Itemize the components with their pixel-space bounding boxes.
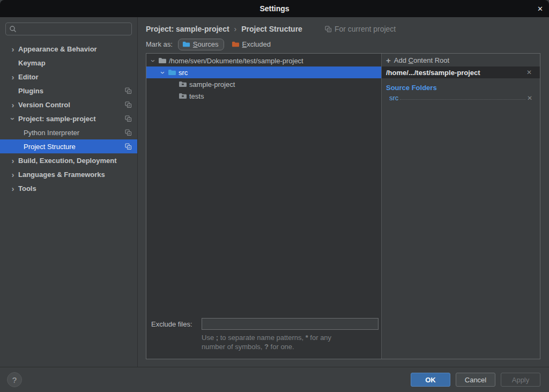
content-root-details-pane: + Add Content Root /home/.../test/sample…: [382, 54, 540, 359]
close-icon[interactable]: ✕: [537, 5, 543, 13]
sidebar-item-appearance-behavior[interactable]: › Appearance & Behavior: [0, 42, 137, 56]
sidebar-item-label: Project: sample-project: [18, 115, 96, 123]
sidebar-item-label: Languages & Frameworks: [18, 171, 105, 179]
source-folder-row[interactable]: src ✕: [382, 93, 540, 103]
exclude-files-input[interactable]: [202, 318, 379, 330]
sidebar-item-label: Editor: [18, 73, 39, 81]
remove-source-folder-icon[interactable]: ✕: [527, 94, 532, 102]
add-content-root-button[interactable]: + Add Content Root: [382, 54, 540, 66]
excluded-folder-icon: [232, 40, 240, 48]
sidebar-item-label: Project Structure: [24, 143, 76, 151]
add-content-root-label: Add Content Root: [394, 56, 449, 64]
settings-content: Project: sample-project › Project Struct…: [138, 17, 549, 367]
project-settings-badge-icon: [125, 143, 132, 150]
sidebar-item-editor[interactable]: › Editor: [0, 70, 137, 84]
ok-button[interactable]: OK: [411, 373, 450, 387]
source-folder-name: src: [389, 94, 398, 102]
chevron-right-icon: ›: [8, 45, 18, 53]
apply-button[interactable]: Apply: [501, 373, 540, 387]
chevron-right-icon: ›: [8, 101, 18, 109]
breadcrumb: Project: sample-project › Project Struct…: [138, 17, 549, 35]
source-folder-icon: [182, 40, 190, 48]
sidebar-item-project-sample-project[interactable]: › Project: sample-project: [0, 112, 137, 125]
search-input[interactable]: [19, 25, 128, 33]
question-mark-icon: ?: [12, 375, 17, 384]
tree-row-label: sample-project: [189, 80, 235, 88]
dotted-leader: [400, 99, 525, 100]
source-folders-title: Source Folders: [382, 78, 540, 93]
sidebar-item-label: Plugins: [18, 87, 43, 95]
mark-sources-label: Sources: [193, 40, 219, 48]
sidebar-item-version-control[interactable]: › Version Control: [0, 98, 137, 112]
folder-icon: [179, 92, 187, 100]
content-roots-tree-pane: › /home/sven/Dokumente/test/sample-proje…: [146, 54, 381, 359]
mark-as-toolbar: Mark as: Sources Excluded: [138, 35, 549, 53]
project-settings-badge-icon: [125, 87, 132, 94]
cancel-button[interactable]: Cancel: [456, 373, 495, 387]
chevron-right-icon: ›: [8, 171, 18, 179]
tree-row-content-root[interactable]: › /home/sven/Dokumente/test/sample-proje…: [146, 55, 381, 66]
project-settings-badge-icon: [125, 129, 132, 136]
sidebar-item-tools[interactable]: › Tools: [0, 181, 137, 195]
sidebar-item-plugins[interactable]: Plugins: [0, 84, 137, 98]
sidebar-item-label: Python Interpreter: [24, 129, 79, 137]
remove-content-root-icon[interactable]: ✕: [526, 69, 532, 76]
exclude-files-label: Exclude files:: [151, 320, 202, 328]
mark-excluded-button[interactable]: Excluded: [229, 39, 273, 50]
dialog-footer: ? OK Cancel Apply: [0, 367, 549, 392]
breadcrumb-page: Project Structure: [241, 25, 302, 33]
sidebar-item-keymap[interactable]: Keymap: [0, 56, 137, 70]
project-settings-badge-icon: [125, 101, 132, 108]
search-icon: [9, 25, 17, 33]
content-root-path-row[interactable]: /home/.../test/sample-project ✕: [382, 66, 540, 78]
chevron-right-icon: ›: [8, 73, 18, 81]
sidebar-item-label: Tools: [18, 184, 36, 193]
exclude-files-section: Exclude files: Use ; to separate name pa…: [146, 318, 381, 359]
sidebar-item-label: Build, Execution, Deployment: [18, 157, 116, 165]
folder-icon: [158, 56, 167, 65]
source-folder-icon: [168, 68, 176, 77]
exclude-files-hint: Use ; to separate name patterns, * for a…: [146, 330, 381, 352]
sidebar-item-label: Appearance & Behavior: [18, 45, 97, 53]
tree-row-label: tests: [189, 92, 204, 100]
sidebar-item-label: Keymap: [18, 59, 46, 67]
sidebar-item-project-structure[interactable]: Project Structure: [0, 139, 137, 153]
project-structure-panel: › /home/sven/Dokumente/test/sample-proje…: [146, 53, 540, 359]
chevron-down-icon: ›: [159, 69, 167, 77]
chevron-down-icon: ›: [8, 115, 18, 123]
titlebar[interactable]: Settings ✕: [0, 0, 549, 17]
project-settings-badge-icon: [125, 115, 132, 122]
content-root-path: /home/.../test/sample-project: [386, 69, 526, 77]
sidebar-item-python-interpreter[interactable]: Python Interpreter: [0, 125, 137, 139]
tree-row-label: src: [179, 69, 188, 77]
chevron-down-icon: ›: [150, 57, 157, 65]
mark-as-label: Mark as:: [146, 40, 173, 48]
chevron-right-icon: ›: [8, 184, 18, 193]
settings-sidebar: › Appearance & Behavior Keymap › Editor …: [0, 17, 138, 367]
sidebar-item-label: Version Control: [18, 101, 70, 109]
tree-row-src[interactable]: › src: [146, 66, 381, 78]
breadcrumb-project[interactable]: Project: sample-project: [146, 25, 229, 33]
scope-badge-icon: [325, 26, 332, 33]
help-button[interactable]: ?: [7, 372, 22, 387]
settings-window: Settings ✕ › Appearance & Behavior Keym: [0, 0, 549, 392]
sidebar-item-languages-frameworks[interactable]: › Languages & Frameworks: [0, 167, 137, 181]
tree-row-tests[interactable]: tests: [146, 90, 381, 102]
mark-excluded-label: Excluded: [242, 40, 271, 48]
window-title: Settings: [259, 4, 289, 13]
folder-icon: [179, 80, 187, 88]
scope-note: For current project: [325, 25, 396, 33]
breadcrumb-separator-icon: ›: [234, 25, 237, 33]
tree-row-sample-project[interactable]: sample-project: [146, 78, 381, 90]
plus-icon: +: [386, 56, 391, 64]
scope-note-label: For current project: [335, 25, 396, 33]
folder-tree: › /home/sven/Dokumente/test/sample-proje…: [146, 54, 381, 318]
mark-sources-button[interactable]: Sources: [178, 39, 224, 50]
chevron-right-icon: ›: [8, 157, 18, 165]
sidebar-item-build-execution-deployment[interactable]: › Build, Execution, Deployment: [0, 153, 137, 167]
search-box[interactable]: [5, 23, 132, 35]
tree-row-label: /home/sven/Dokumente/test/sample-project: [169, 57, 303, 65]
settings-nav: › Appearance & Behavior Keymap › Editor …: [0, 42, 137, 367]
